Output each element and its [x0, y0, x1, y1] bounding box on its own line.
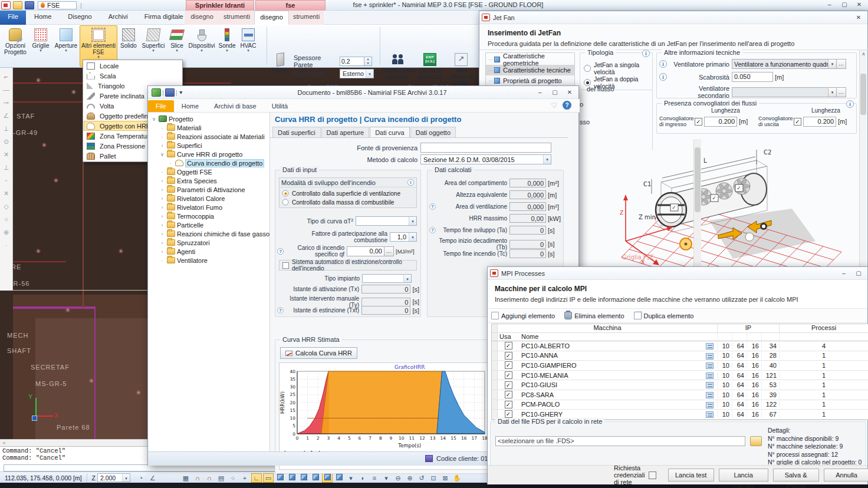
info-icon[interactable]: i: [659, 60, 667, 68]
dropdown-arrow-icon[interactable]: ▾: [381, 473, 392, 483]
tab-home[interactable]: Home: [26, 11, 60, 25]
tab-file[interactable]: File: [0, 11, 26, 25]
field-input[interactable]: 0,000: [509, 179, 546, 187]
minimize-button[interactable]: –: [837, 269, 850, 278]
expander-icon[interactable]: ›: [159, 213, 165, 219]
zoom-window-icon[interactable]: ⊡: [428, 473, 439, 483]
ortho-icon[interactable]: ∟: [251, 473, 262, 483]
salva-chiudi-button[interactable]: Salva & Chiudi: [773, 469, 819, 482]
duplica-elemento-button[interactable]: Duplica elemento: [634, 312, 694, 319]
zoom-in-icon[interactable]: ⊕: [405, 473, 415, 483]
spessore-input[interactable]: 0.2: [340, 57, 364, 66]
browse-folder-icon[interactable]: [750, 436, 762, 446]
tree-item-extra-species[interactable]: ›Extra Species: [149, 176, 269, 185]
expander-icon[interactable]: ›: [159, 187, 165, 193]
snap-icon-8[interactable]: ◦: [1, 175, 12, 186]
snap-icon-10[interactable]: ◇: [1, 201, 12, 212]
info-icon[interactable]: ?: [277, 248, 284, 254]
info-icon[interactable]: ?: [429, 203, 435, 209]
doc-tab-dati-oggetto[interactable]: Dati oggetto: [410, 127, 456, 138]
hvac-button[interactable]: HVAC▾: [238, 25, 259, 67]
machine-icon[interactable]: [706, 411, 714, 418]
metodo-select[interactable]: Sezione M.2.6 D.M. 03/08/2015 ▾: [420, 154, 551, 164]
calcola-curva-button[interactable]: Calcola Curva HRR: [280, 347, 357, 359]
context-tab-strumenti-1[interactable]: strumenti: [219, 11, 254, 25]
table-row[interactable]: ✓PC10-GIUSI106416531: [492, 380, 868, 390]
tipo-impianto-select[interactable]: ▾: [362, 274, 412, 283]
snap-icon-7[interactable]: ⊥: [1, 162, 12, 173]
sonde-button[interactable]: Sonde▾: [216, 25, 238, 67]
radio-singola[interactable]: JetFan a singola velocità: [584, 61, 652, 75]
jetfan-scrollbar[interactable]: ∧: [859, 50, 867, 267]
lancia-calcolo-button[interactable]: Lancia calcolo: [719, 469, 768, 482]
menu-item-locale[interactable]: Locale: [84, 61, 182, 71]
snap-icon-11[interactable]: ○: [1, 214, 12, 225]
tree-item-reazioni-associate-ai-materiali[interactable]: ·Reazioni associate ai Materiali: [149, 132, 269, 141]
tree-item-curva-incendio-di-progetto[interactable]: ·Curva incendio di progetto: [149, 159, 269, 167]
opzioni-progetto-button[interactable]: Opzioni Progetto: [2, 25, 29, 67]
snap-icon-1[interactable]: —: [1, 84, 12, 95]
info-icon[interactable]: i: [407, 179, 414, 186]
field-input[interactable]: 0: [361, 285, 410, 294]
maximize-button[interactable]: ▢: [838, 1, 851, 9]
view-cube-1-icon[interactable]: [275, 473, 285, 483]
table-row[interactable]: ✓PC10-MELANIA1064161211: [492, 371, 868, 381]
tree-item-superfici[interactable]: ›Superfici: [149, 141, 269, 150]
machine-icon[interactable]: [706, 362, 714, 369]
doc-tab-dati-curva[interactable]: Dati curva: [370, 127, 410, 138]
usa-checkbox[interactable]: ✓: [505, 361, 512, 369]
radio-icon[interactable]: [584, 65, 591, 72]
tree-item-materiali[interactable]: ·Materiali: [149, 123, 269, 132]
tree-item-progetto[interactable]: ∨Progetto: [149, 114, 269, 123]
info-icon[interactable]: ?: [277, 307, 283, 313]
usa-checkbox[interactable]: ✓: [505, 342, 512, 349]
field-input[interactable]: 0: [509, 240, 546, 249]
table-row[interactable]: ✓PC8-SARA106416391: [492, 390, 868, 400]
usa-checkbox[interactable]: ✓: [505, 391, 512, 398]
scroll-up-icon[interactable]: ∧: [860, 50, 867, 58]
save-icon[interactable]: [425, 455, 433, 462]
maximize-button[interactable]: ▢: [852, 269, 865, 278]
credenziali-checkbox[interactable]: [649, 471, 656, 479]
tipo-curva-select[interactable]: ▾: [356, 216, 417, 226]
open-icon[interactable]: [13, 1, 22, 9]
field-input[interactable]: 0: [361, 298, 410, 306]
tab-disegno[interactable]: Disegno: [60, 11, 100, 25]
snap-icon-9[interactable]: ✕: [1, 188, 12, 199]
radio-icon[interactable]: [282, 190, 289, 197]
tree-item-ventilatore[interactable]: ·Ventilatore: [149, 256, 269, 265]
spessore-spinner[interactable]: ▴▾: [364, 57, 372, 66]
snap-icon-6[interactable]: ✕: [1, 149, 12, 160]
zoom-extents-icon[interactable]: ⊠: [440, 473, 451, 483]
machine-icon[interactable]: [706, 353, 714, 360]
info-icon[interactable]: i: [846, 100, 854, 108]
expander-icon[interactable]: ›: [159, 205, 165, 210]
info-icon[interactable]: ?: [429, 227, 435, 233]
save-icon[interactable]: [165, 88, 175, 97]
archivi-tab-utilità[interactable]: Utilità: [264, 100, 296, 112]
zoom-out-icon[interactable]: ⊖: [393, 473, 403, 483]
info-icon[interactable]: i: [642, 50, 650, 57]
archivi-tab-file[interactable]: File: [148, 100, 174, 112]
doc-tab-dati-superfici[interactable]: Dati superfici: [272, 127, 321, 138]
convogliatore-ingresso-input[interactable]: 0.200: [704, 117, 737, 127]
tree-item-oggetti-fse[interactable]: ·Oggetti FSE: [149, 167, 269, 176]
ventilatore-secondario-select[interactable]: ▾: [732, 87, 837, 97]
context-tab-strumenti-3[interactable]: strumenti: [289, 11, 324, 25]
osnap-icon[interactable]: ▭: [263, 473, 274, 483]
view-cube-4-icon[interactable]: [310, 473, 321, 483]
pan-icon[interactable]: ✋: [452, 473, 462, 483]
browse-button[interactable]: …: [837, 59, 846, 69]
row-selector[interactable]: [492, 400, 498, 410]
help-icon[interactable]: ?: [563, 101, 571, 110]
expander-icon[interactable]: ∨: [151, 116, 157, 122]
fse-quick-combo[interactable]: FSE: [38, 1, 77, 9]
table-row[interactable]: ✓PC10-ANNA106416281: [492, 351, 868, 361]
ucs-rotate-icon[interactable]: ◔: [136, 473, 146, 483]
dispositivi-button[interactable]: Dispositivi▾: [187, 25, 216, 67]
row-selector[interactable]: [492, 390, 498, 400]
grid-icon[interactable]: ▤: [216, 473, 226, 483]
row-selector[interactable]: [492, 351, 498, 361]
scroll-thumb[interactable]: [860, 74, 866, 115]
snap-icon-3[interactable]: ∠: [1, 110, 12, 121]
